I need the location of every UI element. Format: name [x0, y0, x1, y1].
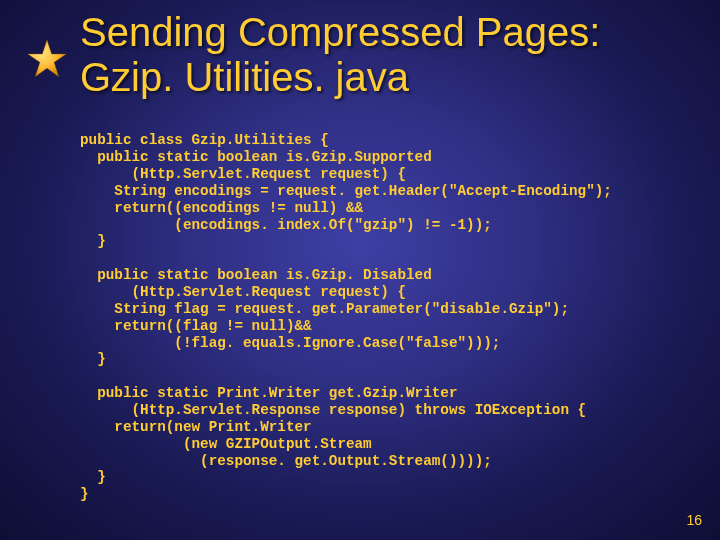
page-number: 16	[686, 512, 702, 528]
slide-title: Sending Compressed Pages: Gzip. Utilitie…	[80, 10, 680, 100]
slide: Sending Compressed Pages: Gzip. Utilitie…	[0, 0, 720, 540]
svg-marker-0	[28, 40, 67, 77]
code-block: public class Gzip.Utilities { public sta…	[80, 132, 690, 503]
star-icon	[26, 38, 68, 80]
